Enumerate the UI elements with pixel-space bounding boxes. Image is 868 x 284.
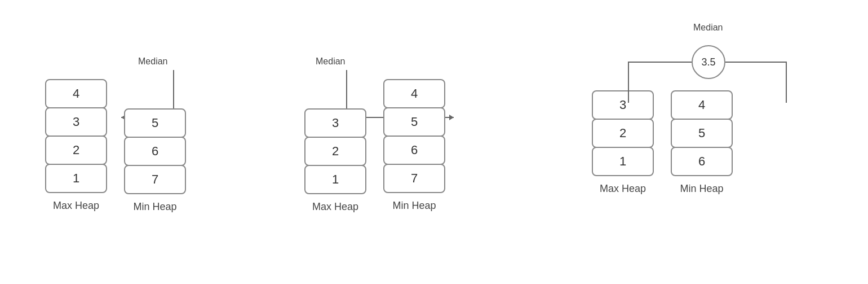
heap-cell: 3 [304, 108, 366, 138]
diagram-2-max-heap: 3 2 1 Max Heap [304, 108, 366, 213]
min-heap-label-1: Min Heap [133, 201, 176, 213]
heap-cell: 6 [383, 136, 445, 165]
heap-cell: 7 [383, 164, 445, 193]
diagram-2-pair: 3 2 1 Max Heap 4 5 6 7 Min Heap [304, 79, 445, 213]
heap-cell: 4 [383, 79, 445, 108]
max-heap-label-2: Max Heap [312, 201, 358, 213]
median-circle: 3.5 [692, 45, 725, 79]
heap-cell: 2 [304, 137, 366, 166]
min-heap-label-2: Min Heap [392, 200, 436, 212]
diagram-1-min-heap: 5 6 7 Min Heap [124, 108, 186, 213]
diagram-2-min-heap: 4 5 6 7 Min Heap [383, 79, 445, 212]
max-heap-label-1: Max Heap [53, 200, 99, 212]
heap-cell: 1 [45, 164, 107, 193]
heap-cell: 1 [304, 165, 366, 194]
diagram-1-max-heap: 4 3 2 1 Max Heap [45, 79, 107, 212]
heap-cell: 2 [45, 136, 107, 165]
heap-cell: 7 [124, 165, 186, 194]
heap-cell: 5 [383, 107, 445, 137]
heap-cell: 3 [45, 107, 107, 137]
heap-cell: 5 [124, 108, 186, 138]
heap-cell: 4 [45, 79, 107, 108]
diagram-1-pair: 4 3 2 1 Max Heap 5 6 7 Min Heap [45, 79, 186, 213]
heap-cell: 6 [124, 137, 186, 166]
svg-marker-1 [449, 115, 454, 120]
